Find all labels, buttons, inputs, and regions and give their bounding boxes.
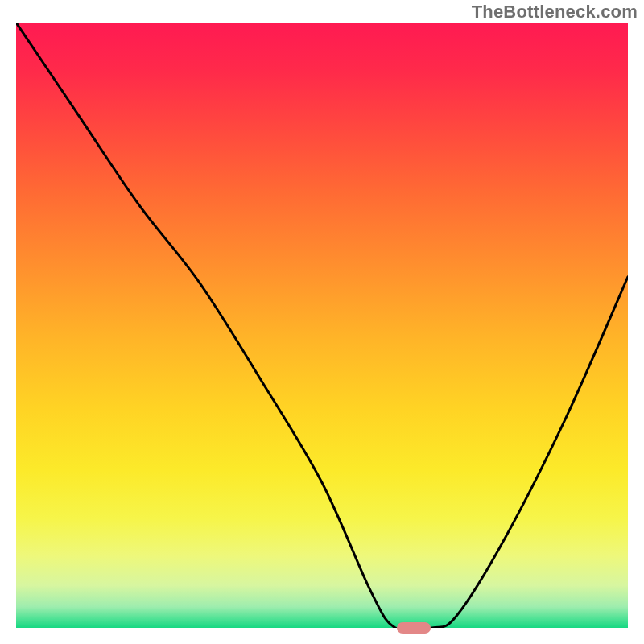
optimal-marker bbox=[397, 622, 431, 634]
bottleneck-curve bbox=[16, 23, 628, 628]
watermark-text: TheBottleneck.com bbox=[472, 2, 638, 23]
chart-stage: TheBottleneck.com bbox=[0, 0, 644, 644]
